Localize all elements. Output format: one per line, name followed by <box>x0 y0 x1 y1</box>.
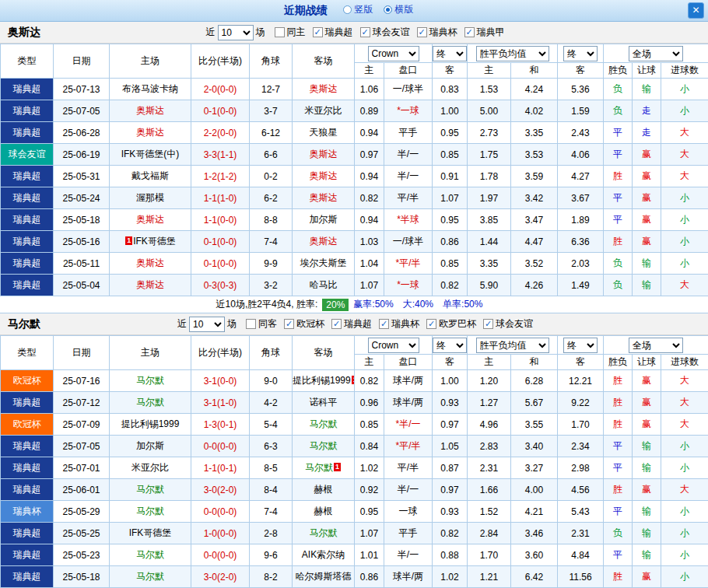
odds-home: 0.82 <box>355 370 384 392</box>
filter-checkbox[interactable]: ✓瑞典杯 <box>379 317 419 331</box>
avg-away: 4.27 <box>558 166 604 187</box>
score: 1-2(1-2) <box>191 166 250 187</box>
odds-handicap: *半球 <box>384 209 433 231</box>
result-goals: 小 <box>661 100 708 122</box>
result-wdl: 胜 <box>604 414 633 436</box>
avg-home: 1.21 <box>468 566 511 588</box>
result-goals: 大 <box>661 370 708 392</box>
games-label: 场 <box>256 26 265 39</box>
team-label: 马尔默 <box>136 375 164 386</box>
final-avg-select[interactable]: 终 <box>563 46 598 61</box>
bookmaker-select[interactable]: Crown <box>368 338 419 353</box>
home-team: 加尔斯 <box>110 436 191 457</box>
team-label: 加尔斯 <box>136 440 164 451</box>
avg-home: 2.31 <box>468 457 511 479</box>
avg-home: 1.78 <box>468 166 511 187</box>
avg-home: 1.44 <box>468 231 511 253</box>
match-count-select[interactable]: 10 <box>189 317 225 332</box>
avg-away: 5.43 <box>558 501 604 523</box>
score: 0-0(0-0) <box>191 544 250 566</box>
radio-icon <box>343 5 352 14</box>
wdl-avg-select[interactable]: 胜平负均值 <box>476 46 549 61</box>
odds-handicap: 平手 <box>384 523 433 544</box>
column-header: 主场 <box>110 44 191 79</box>
team-label: 埃尔夫斯堡 <box>300 257 347 268</box>
match-row: 瑞典超25-06-01马尔默3-0(2-0)8-4赫根0.92半/一0.971.… <box>1 479 708 501</box>
filter-bar: 近10场同主✓瑞典超✓球会友谊✓瑞典杯✓瑞典甲 <box>204 25 505 40</box>
final-avg-select[interactable]: 终 <box>563 338 598 353</box>
score: 2-0(0-0) <box>191 79 250 100</box>
layout-radio[interactable]: 竖版 <box>343 3 373 16</box>
sub-header: 胜负 <box>604 355 633 370</box>
result-goals: 大 <box>661 414 708 436</box>
final-odds-select[interactable]: 终 <box>433 46 467 61</box>
filter-checkbox[interactable]: ✓瑞典超 <box>313 26 353 39</box>
league-badge: 瑞典杯 <box>1 501 54 523</box>
filter-checkbox[interactable]: ✓瑞典超 <box>331 317 372 331</box>
checkbox-unchecked-icon <box>246 319 256 329</box>
odds-away: 0.88 <box>433 544 468 566</box>
column-header: 角球 <box>250 336 293 370</box>
avg-home: 3.85 <box>468 209 511 231</box>
avg-home: 1.75 <box>468 144 511 166</box>
filter-checkbox[interactable]: 同主 <box>275 26 306 39</box>
match-count-select[interactable]: 10 <box>218 25 254 40</box>
checkbox-checked-icon: ✓ <box>426 319 436 329</box>
sub-header: 进球数 <box>661 355 708 370</box>
team-label: 奥斯达 <box>310 236 338 247</box>
checkbox-label: 同客 <box>258 317 277 331</box>
away-team: 哈马比 <box>293 275 355 296</box>
filter-checkbox[interactable]: ✓球会友谊 <box>483 317 533 331</box>
layout-radio[interactable]: 横版 <box>384 3 413 16</box>
column-header: 日期 <box>54 44 110 79</box>
team-label: 赫根 <box>314 506 333 516</box>
odds-home: 0.94 <box>355 166 384 187</box>
match-row: 瑞典超25-05-23马尔默0-0(0-0)9-6AIK索尔纳1.01半/一0.… <box>1 544 708 566</box>
radio-label: 横版 <box>394 3 413 16</box>
team-label: AIK索尔纳 <box>302 549 345 560</box>
avg-away: 4.06 <box>558 144 604 166</box>
match-row: 瑞典超25-05-18奥斯达1-1(0-0)8-8加尔斯0.94*半球0.953… <box>1 209 708 231</box>
close-button[interactable]: ✕ <box>688 2 704 19</box>
league-badge: 欧冠杯 <box>1 370 54 392</box>
league-badge: 瑞典超 <box>1 436 54 457</box>
sub-header: 客 <box>558 63 604 79</box>
avg-home: 2.83 <box>468 436 511 457</box>
corners: 6-2 <box>250 187 293 209</box>
filter-checkbox[interactable]: 同客 <box>246 317 277 331</box>
wdl-avg-select[interactable]: 胜平负均值 <box>476 338 549 353</box>
result-handicap: 输 <box>633 457 661 479</box>
result-wdl: 胜 <box>604 479 633 501</box>
topbar-center: 近期战绩 竖版横版 <box>284 3 424 18</box>
near-label: 近 <box>206 26 216 39</box>
red-card-badge: 1 <box>352 376 355 384</box>
away-team: 奥斯达 <box>293 187 355 209</box>
recent-results-panel: 近期战绩 竖版横版 ✕ 奥斯达近10场同主✓瑞典超✓球会友谊✓瑞典杯✓瑞典甲类型… <box>0 0 708 588</box>
avg-draw: 3.46 <box>511 523 558 544</box>
scope-select[interactable]: 全场 <box>629 46 683 61</box>
bookmaker-select[interactable]: Crown <box>368 46 419 61</box>
final-odds-select[interactable]: 终 <box>433 338 467 353</box>
match-row: 瑞典超25-05-31戴戈福斯1-2(1-2)0-2奥斯达0.94半/一0.91… <box>1 166 708 187</box>
checkbox-checked-icon: ✓ <box>331 319 342 329</box>
matches-table: 类型日期主场比分(半场)角球客场Crown终胜平负均值终全场主盘口客主和客胜负让… <box>0 44 708 296</box>
filter-checkbox[interactable]: ✓欧冠杯 <box>284 317 324 331</box>
avg-draw: 3.35 <box>511 122 558 144</box>
avg-away: 2.31 <box>558 523 604 544</box>
match-date: 25-05-31 <box>54 166 110 187</box>
scope-select[interactable]: 全场 <box>629 338 683 353</box>
filter-checkbox[interactable]: ✓欧罗巴杯 <box>426 317 476 331</box>
odds-handicap: *平/半 <box>384 253 433 275</box>
away-team: 天狼星 <box>293 122 355 144</box>
filter-checkbox[interactable]: ✓瑞典杯 <box>417 26 457 39</box>
filter-checkbox[interactable]: ✓球会友谊 <box>360 26 410 39</box>
avg-away: 4.84 <box>558 544 604 566</box>
avg-away: 2.43 <box>558 122 604 144</box>
team-section: 奥斯达近10场同主✓瑞典超✓球会友谊✓瑞典杯✓瑞典甲类型日期主场比分(半场)角球… <box>0 22 708 313</box>
sub-header: 和 <box>511 63 558 79</box>
away-team: 加尔斯 <box>293 209 355 231</box>
odds-home: 1.07 <box>355 275 384 296</box>
filter-checkbox[interactable]: ✓瑞典甲 <box>464 26 505 39</box>
match-row: 瑞典超25-07-05加尔斯0-0(0-0)6-3马尔默0.84*平/半1.05… <box>1 436 708 457</box>
summary-text: 近10场,胜2平4负4, 胜率: <box>216 298 318 311</box>
